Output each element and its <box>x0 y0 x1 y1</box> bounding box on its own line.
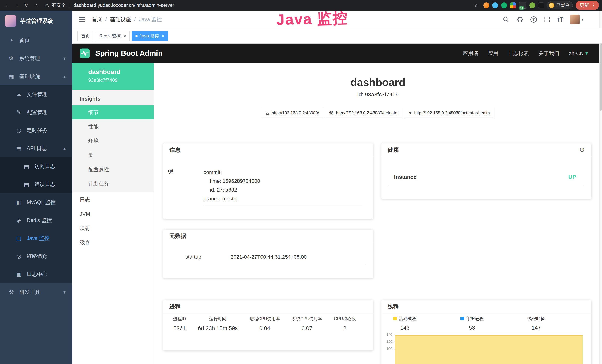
sidebar-item-label: 研发工具 <box>19 289 40 296</box>
sidebar-item-infrastructure[interactable]: ▦ 基础设施 ▴ <box>0 67 72 85</box>
edit-icon: ✎ <box>15 109 22 116</box>
back-icon[interactable]: ← <box>3 1 11 10</box>
sba-item-jvm[interactable]: JVM <box>72 207 154 221</box>
sba-item-mappings[interactable]: 映射 <box>72 221 154 235</box>
sba-item-classes[interactable]: 类 <box>72 148 154 162</box>
sba-item-details[interactable]: 细节 <box>72 105 154 119</box>
bookmark-star-icon[interactable]: ☆ <box>472 1 480 10</box>
text-size-icon[interactable]: tT <box>558 16 563 23</box>
extension-puzzle-icon[interactable] <box>538 2 544 8</box>
sidebar-item-system-mgmt[interactable]: ⚙ 系统管理 ▾ <box>0 49 72 67</box>
sidebar-item-dev-tools[interactable]: ⚒ 研发工具 ▾ <box>0 283 72 301</box>
kebab-menu-icon[interactable]: ⋮ <box>591 2 596 8</box>
sidebar-item-api-logs[interactable]: ▤ API 日志 ▴ <box>0 139 72 157</box>
sba-nav-applications[interactable]: 应用 <box>488 50 499 57</box>
sba-item-scheduled-tasks[interactable]: 计划任务 <box>72 177 154 191</box>
timer-icon: ◷ <box>15 127 22 134</box>
chevron-up-icon: ▴ <box>64 146 66 151</box>
legend-daemon-threads: 守护进程 53 <box>460 316 484 331</box>
close-icon[interactable]: × <box>162 33 164 38</box>
update-label: 更新 <box>580 2 589 8</box>
sba-item-performance[interactable]: 性能 <box>72 119 154 134</box>
stat-pid: 进程ID 5261 <box>173 316 186 331</box>
sidebar-item-trace[interactable]: ◎ 链路追踪 <box>0 247 72 265</box>
address-bar[interactable]: ⚠ 不安全 dashboard.yudao.iocoder.cn/infra/a… <box>44 2 174 9</box>
paused-badge[interactable]: 已暂停 <box>547 1 573 10</box>
health-card: 健康 ↺ Instance UP <box>381 143 591 199</box>
reload-icon[interactable]: ↻ <box>22 1 31 10</box>
locale-value: zh-CN <box>569 50 584 56</box>
sidebar-item-label: 基础设施 <box>19 73 40 80</box>
link-text: http://192.168.0.2:48080/actuator <box>336 110 399 116</box>
breadcrumb-home[interactable]: 首页 <box>92 16 102 23</box>
sidebar-item-label: 链路追踪 <box>27 253 47 260</box>
sidebar-item-config-mgmt[interactable]: ✎ 配置管理 <box>0 103 72 121</box>
health-instance-label: Instance <box>394 174 417 180</box>
sba-nav-wallboard[interactable]: 应用墙 <box>463 50 479 57</box>
extension-leaf-icon[interactable] <box>529 2 535 8</box>
legend-value: 53 <box>460 324 484 331</box>
sidebar-item-java-monitor[interactable]: ▢ Java 监控 <box>0 229 72 247</box>
sba-nav-journal[interactable]: 日志报表 <box>508 50 529 57</box>
fullscreen-icon[interactable] <box>543 16 551 23</box>
extension-grid-icon[interactable] <box>510 2 516 8</box>
health-instance-row: Instance UP <box>388 174 583 186</box>
sidebar-item-error-logs[interactable]: ▤ 错误日志 <box>0 175 72 193</box>
locale-select[interactable]: zh-CN ▾ <box>569 50 588 56</box>
tag-view-bar: 首页 Redis 监控 × Java 监控 × <box>72 28 602 43</box>
tab-label: Redis 监控 <box>99 33 121 39</box>
hamburger-icon[interactable] <box>78 15 86 23</box>
sba-item-config-props[interactable]: 配置属性 <box>72 162 154 177</box>
history-icon[interactable]: ↺ <box>579 146 585 154</box>
sidebar-item-file-mgmt[interactable]: ☁ 文件管理 <box>0 85 72 103</box>
sidebar-item-scheduled-tasks[interactable]: ◷ 定时任务 <box>0 121 72 139</box>
sidebar-item-access-logs[interactable]: ▤ 访问日志 <box>0 157 72 175</box>
stat-value: 6d 23h 15m 59s <box>198 325 238 331</box>
document-icon: ▤ <box>23 163 30 170</box>
wrench-icon: ⚒ <box>329 110 333 116</box>
instance-links: ⌂ http://192.168.0.2:48080/ ⚒ http://192… <box>154 108 602 118</box>
extension-on-badge-icon[interactable]: on <box>519 2 526 9</box>
sidebar-item-homepage[interactable]: ◔ 首页 <box>0 31 72 49</box>
instance-header[interactable]: dashboard 93a3fc7f7409 <box>72 63 154 90</box>
breadcrumb-infrastructure[interactable]: 基础设施 <box>110 16 131 23</box>
stat-label: 运行时间 <box>198 316 238 322</box>
user-avatar[interactable] <box>570 15 580 24</box>
github-icon[interactable] <box>516 16 524 23</box>
extension-fox-icon[interactable] <box>483 2 489 8</box>
help-icon[interactable]: ? <box>530 16 537 23</box>
sba-nav-about[interactable]: 关于我们 <box>538 50 559 57</box>
page-scrollbar[interactable] <box>599 11 602 364</box>
sba-item-caches[interactable]: 缓存 <box>72 235 154 250</box>
tab-redis-monitor[interactable]: Redis 监控 × <box>96 31 129 41</box>
warning-icon: ⚠ <box>44 2 49 8</box>
brand-logo <box>5 15 16 27</box>
chevron-down-icon: ▾ <box>585 50 588 56</box>
sidebar-item-label: 日志中心 <box>27 271 47 278</box>
link-root-url[interactable]: ⌂ http://192.168.0.2:48080/ <box>262 108 323 118</box>
forward-icon[interactable]: → <box>13 1 21 10</box>
search-icon[interactable] <box>502 16 510 23</box>
extension-green-icon[interactable] <box>501 2 507 8</box>
sidebar-item-label: 配置管理 <box>27 109 47 116</box>
sidebar-item-mysql-monitor[interactable]: ▥ MySQL 监控 <box>0 193 72 211</box>
link-actuator-url[interactable]: ⚒ http://192.168.0.2:48080/actuator <box>325 108 403 118</box>
brand-title: 芋道管理系统 <box>20 17 54 25</box>
tab-home[interactable]: 首页 <box>77 31 93 41</box>
health-heart-icon: ♥ <box>409 110 412 116</box>
link-health-url[interactable]: ♥ http://192.168.0.2:48080/actuator/heal… <box>405 108 494 118</box>
browser-home-icon[interactable]: ⌂ <box>32 1 40 10</box>
metadata-card: 元数据 startup 2021-04-27T00:44:31.254+08:0… <box>163 230 373 278</box>
sidebar-item-log-center[interactable]: ▣ 日志中心 <box>0 265 72 283</box>
user-menu[interactable]: ▾ <box>570 15 583 24</box>
close-icon[interactable]: × <box>123 33 126 38</box>
sba-item-logs[interactable]: 日志 <box>72 193 154 207</box>
tab-java-monitor[interactable]: Java 监控 × <box>132 31 168 41</box>
git-time-line: time: 1596289704000 <box>204 177 362 186</box>
breadcrumb: 首页 / 基础设施 / Java 监控 <box>92 16 162 23</box>
y-axis-tick: 120 <box>383 340 392 344</box>
sba-item-environment[interactable]: 环境 <box>72 134 154 148</box>
extension-drop-icon[interactable] <box>492 2 498 8</box>
sidebar-item-redis-monitor[interactable]: ◈ Redis 监控 <box>0 211 72 229</box>
update-button[interactable]: 更新 ⋮ <box>576 1 599 10</box>
